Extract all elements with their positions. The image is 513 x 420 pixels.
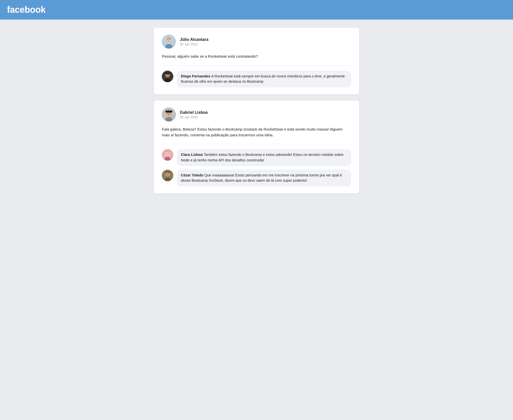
post-card-2: Gabriel Lisboa05 Jan 2022Fala galera, Be… (154, 100, 359, 193)
svg-point-28 (166, 173, 167, 174)
post-user-info: Júlio Alcantara05 Jan 2022 (180, 37, 208, 46)
svg-point-21 (165, 151, 170, 156)
svg-point-5 (170, 39, 170, 40)
avatar-gabriel (162, 108, 176, 122)
svg-point-29 (168, 173, 169, 174)
comment-text: Também estou fazendo o Bootcamp e estou … (181, 153, 344, 162)
post-user-name: Júlio Alcantara (180, 37, 208, 42)
avatar-julio (162, 35, 176, 49)
post-divider (162, 144, 351, 144)
comment-avatar-cezar (162, 170, 173, 181)
comment-author-name: Cézar Toledo (181, 173, 204, 177)
post-header-1: Júlio Alcantara05 Jan 2022 (162, 35, 351, 49)
comment-bubble: Clara Lisboa Também estou fazendo o Boot… (177, 149, 351, 166)
main-feed: Júlio Alcantara05 Jan 2022Pessoal, algué… (149, 20, 364, 201)
comment: Clara Lisboa Também estou fazendo o Boot… (162, 149, 351, 166)
comment-avatar-diego (162, 71, 173, 82)
svg-point-30 (167, 175, 168, 175)
post-body-text: Fala galera, Beleza? Estou fazendo o Boo… (162, 127, 351, 138)
post-body-text: Pessoal, alguém sabe se a Rocketseat est… (162, 54, 351, 59)
comment: Cézar Toledo Que maaaaaaasa! Esotu pensa… (162, 170, 351, 187)
svg-point-23 (166, 153, 167, 154)
post-user-info: Gabriel Lisboa05 Jan 2022 (180, 110, 208, 119)
comment: Diego Fernandes A Rocketseat está sempre… (162, 71, 351, 88)
comment-author-name: Diego Fernandes (181, 74, 211, 78)
comment-avatar-clara (162, 149, 173, 161)
svg-rect-13 (165, 73, 170, 74)
comment-bubble: Cézar Toledo Que maaaaaaasa! Esotu pensa… (177, 170, 351, 187)
app-header: facebook (0, 0, 513, 20)
post-date: 05 Jan 2022 (180, 42, 208, 46)
svg-rect-19 (165, 111, 172, 113)
post-card-1: Júlio Alcantara05 Jan 2022Pessoal, algué… (154, 28, 359, 94)
post-divider (162, 65, 351, 66)
svg-point-24 (168, 153, 169, 154)
post-header-2: Gabriel Lisboa05 Jan 2022 (162, 108, 351, 122)
svg-point-4 (168, 39, 168, 40)
svg-point-12 (167, 75, 169, 76)
comment-bubble: Diego Fernandes A Rocketseat está sempre… (177, 71, 351, 88)
comments-section: Diego Fernandes A Rocketseat está sempre… (162, 71, 351, 88)
facebook-logo: facebook (7, 5, 46, 15)
comment-author-name: Clara Lisboa (181, 153, 204, 157)
post-date: 05 Jan 2022 (180, 115, 208, 119)
comments-section: Clara Lisboa Também estou fazendo o Boot… (162, 149, 351, 186)
comment-text: Que maaaaaaasa! Esotu pensando em me ins… (181, 173, 342, 183)
post-user-name: Gabriel Lisboa (180, 110, 208, 115)
